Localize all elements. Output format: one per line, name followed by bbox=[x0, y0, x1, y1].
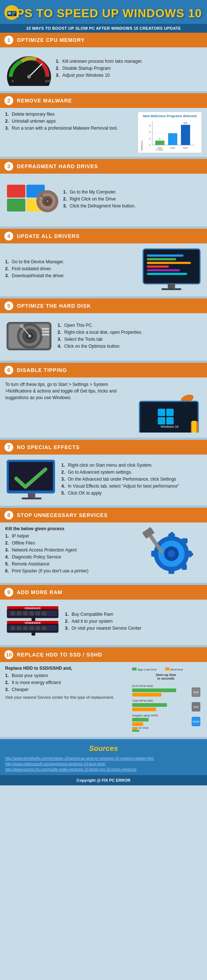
svg-text:in seconds: in seconds bbox=[157, 677, 174, 680]
list-item: Print Spooler (If you don't use a printe… bbox=[5, 568, 138, 574]
section-8-header: 8 STOP UNNECESSARY SERVICES bbox=[0, 508, 207, 522]
section-3: 3 DEFRAGMENT HARD DRIVES bbox=[0, 159, 207, 227]
svg-rect-76 bbox=[192, 421, 196, 433]
section-8-intro: Kill the below given process bbox=[5, 526, 138, 531]
section-5-title: OPTIMIZE THE HARD DISK bbox=[17, 303, 91, 309]
svg-text:5.5: 5.5 bbox=[183, 122, 187, 124]
source-link-3[interactable]: http://www.pcerror-fix.com/guide-make-wi… bbox=[5, 767, 202, 772]
svg-rect-46 bbox=[147, 262, 191, 264]
svg-point-41 bbox=[38, 192, 41, 195]
source-link-2[interactable]: http://www.makeuseoft.com/tag/speed-wind… bbox=[5, 762, 202, 766]
section-8-tips-container: Kill the below given process IP helper O… bbox=[5, 526, 138, 575]
svg-text:VENGEANCE: VENGEANCE bbox=[25, 607, 41, 609]
section-5-tips-container: Open This PC. Right-click a local disk, … bbox=[57, 323, 202, 351]
section-10-title: REPLACE HDD TO SSD / SSHD bbox=[17, 652, 102, 658]
svg-text:App Load time: App Load time bbox=[138, 668, 157, 671]
list-item: Network Access Protection Agent bbox=[5, 547, 138, 553]
svg-text:1: 1 bbox=[159, 138, 161, 140]
section-3-title: DEFRAGMENT HARD DRIVES bbox=[17, 163, 98, 169]
section-4-title: UPDATE ALL DRIVERS bbox=[17, 233, 80, 239]
list-item: Find outdated driver. bbox=[5, 266, 139, 271]
section-4-tips-list: Go to the Device Manager. Find outdated … bbox=[5, 259, 139, 278]
svg-text:4: 4 bbox=[149, 131, 150, 133]
svg-text:VENGEANCE: VENGEANCE bbox=[25, 622, 41, 624]
windows10-image: Windows 10 bbox=[138, 381, 202, 434]
svg-rect-80 bbox=[22, 498, 41, 500]
section-1: 1 OPTIMIZE CPU MEMORY 0 50 100 bbox=[0, 33, 207, 91]
svg-point-8 bbox=[27, 75, 31, 79]
section-1-header: 1 OPTIMIZE CPU MEMORY bbox=[0, 33, 207, 48]
svg-text:2008: 2008 bbox=[170, 147, 175, 149]
section-1-num: 1 bbox=[4, 35, 14, 45]
section-6-num: 6 bbox=[4, 365, 14, 375]
svg-rect-99 bbox=[11, 611, 15, 616]
section-10: 10 REPLACE HDD TO SSD / SSHD Replace HDD… bbox=[0, 648, 207, 737]
section-2-tips-left: Delete temporary files Uninstall unknwn … bbox=[5, 111, 135, 132]
harddrive-image bbox=[5, 177, 60, 223]
svg-rect-26 bbox=[181, 125, 190, 145]
svg-rect-90 bbox=[182, 538, 188, 543]
svg-rect-126 bbox=[132, 689, 176, 692]
svg-rect-110 bbox=[11, 626, 15, 630]
section-9-tips-list: Buy Compatible Ram Add it to your system… bbox=[65, 612, 202, 631]
list-item: Go to the My Computer. bbox=[63, 189, 202, 195]
list-item: Open This PC. bbox=[57, 323, 202, 328]
ssd-chart: App Load time Boot time Start-up time in… bbox=[130, 666, 202, 733]
list-item: Right-click on Start menu and click Syst… bbox=[61, 463, 202, 468]
svg-rect-103 bbox=[36, 611, 40, 616]
list-item: Download/Install the driver. bbox=[5, 273, 139, 278]
section-7-header: 7 NO SPECIAL EFFECTS bbox=[0, 440, 207, 455]
section-8-title: STOP UNNECESSARY SERVICES bbox=[17, 512, 108, 518]
section-8: 8 STOP UNNECESSARY SERVICES Kill the bel… bbox=[0, 508, 207, 583]
svg-rect-68 bbox=[158, 409, 165, 416]
list-item: Disable Startup Program bbox=[56, 66, 202, 71]
list-item: Buy Compatible Ram bbox=[65, 612, 202, 617]
list-item: Delete temporary files bbox=[5, 111, 135, 117]
svg-rect-102 bbox=[29, 611, 34, 616]
svg-text:50: 50 bbox=[25, 56, 29, 59]
section-3-content: Go to the My Computer. Right Click on th… bbox=[0, 174, 207, 227]
section-2-num: 2 bbox=[4, 95, 14, 106]
section-4-content: Go to the Device Manager. Find outdated … bbox=[0, 243, 207, 296]
section-4-header: 4 UPDATE ALL DRIVERS bbox=[0, 229, 207, 243]
svg-rect-5 bbox=[12, 15, 14, 16]
svg-rect-70 bbox=[158, 417, 165, 425]
svg-rect-112 bbox=[23, 626, 27, 630]
list-item: Kill unknown process from taks manager. bbox=[56, 59, 202, 64]
section-9-num: 9 bbox=[4, 587, 14, 597]
svg-rect-114 bbox=[36, 626, 40, 630]
svg-rect-71 bbox=[166, 417, 174, 425]
section-4-num: 4 bbox=[4, 231, 14, 241]
source-link-1[interactable]: http://www.drivethelfe.com/windows-10/sp… bbox=[5, 756, 202, 760]
section-10-num: 10 bbox=[4, 649, 14, 660]
svg-text:0: 0 bbox=[149, 144, 150, 146]
section-8-tips-list: IP helper Offline Files Network Access P… bbox=[5, 533, 138, 574]
svg-point-84 bbox=[168, 550, 175, 557]
svg-text:to 2007: to 2007 bbox=[156, 149, 164, 151]
svg-rect-87 bbox=[151, 551, 156, 557]
section-6-text-container: To turn off these tips, go to Start > Se… bbox=[5, 381, 134, 403]
svg-rect-121 bbox=[165, 668, 170, 670]
section-1-title: OPTIMIZE CPU MEMORY bbox=[17, 37, 85, 43]
svg-rect-33 bbox=[7, 199, 25, 212]
list-item: Select the Tools tab bbox=[57, 337, 202, 342]
section-2-header: 2 REMOVE MALWARE bbox=[0, 93, 207, 108]
chart-area: Millions 0 2 4 6 1992 bbox=[140, 119, 199, 151]
list-item: On the Advanced tab under Performance, c… bbox=[61, 477, 202, 482]
list-item: Or visit your nearest Service Center bbox=[65, 626, 202, 631]
section-2-tips-list: Delete temporary files Uninstall unknwn … bbox=[5, 111, 135, 131]
list-item: Uninstall unknwn apps bbox=[5, 119, 135, 124]
svg-rect-47 bbox=[147, 266, 169, 268]
section-9-tips-container: Buy Compatible Ram Add it to your system… bbox=[65, 612, 202, 633]
copyright-bar: Copyright @ FIX PC ERROR bbox=[0, 775, 207, 785]
speedometer-image: 0 50 100 bbox=[5, 51, 53, 88]
svg-rect-86 bbox=[169, 569, 174, 574]
page-title: TIPS TO SPEED UP WINDOWS 10 bbox=[4, 6, 203, 20]
svg-text:2009: 2009 bbox=[183, 147, 188, 149]
list-item: Adjust your Windows 10 bbox=[56, 73, 202, 78]
section-10-intro: Replace HDD to SSD/SSHD and, bbox=[5, 666, 127, 671]
section-5-content: Open This PC. Right-click a local disk, … bbox=[0, 313, 207, 361]
list-item: Add it to your system bbox=[65, 619, 202, 624]
svg-rect-111 bbox=[17, 626, 21, 630]
svg-rect-61 bbox=[42, 328, 49, 330]
